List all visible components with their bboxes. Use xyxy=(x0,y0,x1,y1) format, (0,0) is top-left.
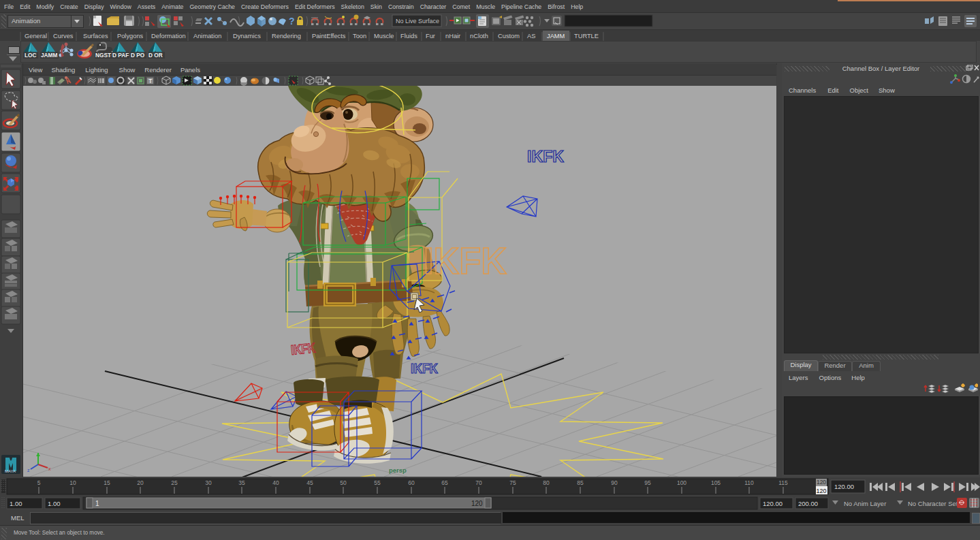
svg-text:115: 115 xyxy=(778,479,788,486)
svg-text:PaintEffects: PaintEffects xyxy=(312,33,346,39)
svg-text:Dynamics: Dynamics xyxy=(233,33,261,39)
svg-text:x: x xyxy=(48,466,51,471)
svg-text:Deformation: Deformation xyxy=(151,33,186,39)
svg-text:Custom: Custom xyxy=(498,33,520,39)
svg-text:nCloth: nCloth xyxy=(470,33,488,39)
svg-text:?: ? xyxy=(289,16,295,27)
svg-text:NGST: NGST xyxy=(95,52,111,59)
svg-text:70: 70 xyxy=(475,479,482,486)
svg-text:50: 50 xyxy=(340,479,347,486)
svg-text:80: 80 xyxy=(543,479,550,486)
svg-text:55: 55 xyxy=(374,479,381,486)
svg-text:MAYA: MAYA xyxy=(5,469,16,473)
svg-text:LOC: LOC xyxy=(25,52,37,59)
svg-text:45: 45 xyxy=(306,479,313,486)
svg-text:105: 105 xyxy=(711,479,721,486)
svg-text:Fur: Fur xyxy=(426,33,435,39)
svg-text:75: 75 xyxy=(509,479,516,486)
svg-text:30: 30 xyxy=(205,479,212,486)
svg-text:Surfaces: Surfaces xyxy=(83,33,108,39)
svg-text:25: 25 xyxy=(171,479,178,486)
svg-text:IKFK: IKFK xyxy=(411,360,438,376)
svg-text:TURTLE: TURTLE xyxy=(574,33,599,39)
svg-text:Toon: Toon xyxy=(353,33,366,39)
svg-text:persp: persp xyxy=(389,466,407,474)
svg-text:120: 120 xyxy=(816,488,826,494)
svg-text:IKFK: IKFK xyxy=(290,340,317,358)
svg-text:5: 5 xyxy=(37,479,41,486)
svg-text:120.00: 120.00 xyxy=(834,483,854,490)
svg-text:1: 1 xyxy=(95,500,99,507)
svg-text:Polygons: Polygons xyxy=(117,33,144,39)
svg-text:100: 100 xyxy=(677,479,686,486)
svg-text:No Live Surface: No Live Surface xyxy=(396,18,439,25)
svg-text:1.00: 1.00 xyxy=(10,500,22,507)
svg-text:35: 35 xyxy=(238,479,245,486)
svg-text:110: 110 xyxy=(744,479,754,486)
svg-text:AS: AS xyxy=(527,33,535,39)
svg-text:Animation: Animation xyxy=(193,33,221,39)
svg-text:D OR: D OR xyxy=(148,52,163,59)
svg-text:Fluids: Fluids xyxy=(400,33,417,39)
svg-text:IKFK: IKFK xyxy=(424,239,507,282)
svg-text:20: 20 xyxy=(137,479,144,486)
svg-text:JAMM: JAMM xyxy=(547,33,565,39)
svg-text:No Character Set: No Character Set xyxy=(908,500,958,507)
svg-text:D PO: D PO xyxy=(131,52,145,59)
svg-text:JAMM: JAMM xyxy=(41,52,58,59)
svg-text:200.00: 200.00 xyxy=(798,500,818,507)
svg-text:Curves: Curves xyxy=(53,33,74,39)
svg-text:95: 95 xyxy=(644,479,651,486)
svg-text:No Anim Layer: No Anim Layer xyxy=(844,500,886,507)
svg-text:60: 60 xyxy=(408,479,415,486)
svg-text:10: 10 xyxy=(69,479,76,486)
svg-text:120: 120 xyxy=(471,500,483,507)
svg-text:65: 65 xyxy=(441,479,448,486)
svg-text:IKFK: IKFK xyxy=(527,148,564,165)
svg-text:15: 15 xyxy=(104,479,110,486)
svg-text:85: 85 xyxy=(577,479,584,486)
svg-text:1.00: 1.00 xyxy=(48,500,61,507)
svg-text:40: 40 xyxy=(272,479,279,486)
svg-text:90: 90 xyxy=(611,479,618,486)
svg-text:120.00: 120.00 xyxy=(763,500,783,507)
svg-text:Rendering: Rendering xyxy=(272,33,301,39)
svg-text:z: z xyxy=(27,468,30,473)
svg-text:nHair: nHair xyxy=(445,33,460,39)
svg-text:General: General xyxy=(25,33,47,39)
svg-text:120: 120 xyxy=(817,479,826,486)
svg-text:D PAF: D PAF xyxy=(112,52,129,59)
svg-text:T: T xyxy=(148,78,153,84)
svg-text:Muscle: Muscle xyxy=(374,33,394,39)
